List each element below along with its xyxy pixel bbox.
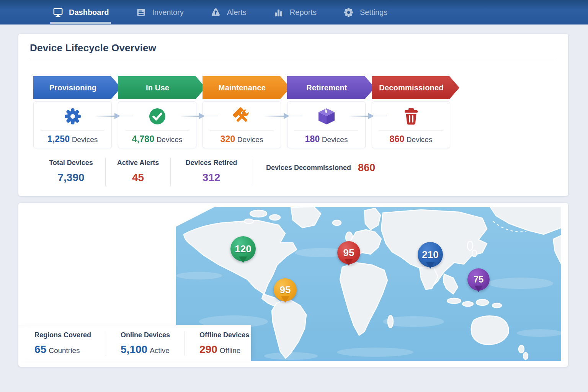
inventory-icon [136, 7, 146, 18]
stage-banner-retirement[interactable]: Retirement [287, 76, 375, 99]
page-title: Device Lifecycle Overview [30, 42, 557, 54]
box-icon [317, 107, 336, 126]
stage-banner-in-use[interactable]: In Use [118, 76, 206, 99]
alerts-icon [211, 7, 221, 18]
stage-card-divider [294, 130, 358, 131]
nav-tab-alerts[interactable]: Alerts [211, 0, 247, 24]
stage-banner-label: Maintenance [219, 83, 266, 92]
map-pin-value: 95 [343, 247, 354, 259]
stage-card-maintenance[interactable]: 320 Devices [203, 101, 281, 148]
device-map-card: 120 95 95 210 75 Regions Covered 65Count… [18, 203, 568, 367]
stage-device-count: 1,250 Devices [47, 134, 98, 144]
gear-icon [64, 107, 82, 126]
lifecycle-summary-row: Total Devices 7,390 Active Alerts 45 Dev… [30, 158, 557, 186]
map-pin-value: 210 [422, 249, 438, 261]
map-pin-asia[interactable]: 210 [418, 242, 443, 267]
stage-decommissioned: Decommissioned 860 Devices [372, 76, 450, 148]
stage-card-provisioning[interactable]: 1,250 Devices [33, 101, 112, 148]
stat-active-alerts: Active Alerts 45 [106, 158, 171, 186]
reports-icon [273, 7, 284, 18]
nav-tab-inventory[interactable]: Inventory [136, 0, 183, 24]
nav-tab-label: Dashboard [69, 8, 109, 17]
stage-device-count: 4,780 Devices [132, 134, 182, 144]
map-pin-value: 95 [280, 284, 291, 296]
stage-card-divider [379, 130, 443, 131]
trash-icon [402, 107, 420, 126]
stage-banner-decommissioned[interactable]: Decommissioned [372, 76, 459, 99]
map-pin-north-america[interactable]: 120 [230, 236, 256, 261]
stat-devices-decommissioned: Devices Decommissioned 860 [252, 158, 375, 176]
stage-banner-maintenance[interactable]: Maintenance [203, 76, 290, 99]
map-pin-value: 75 [474, 274, 484, 285]
map-pin-oceania[interactable]: 75 [467, 268, 490, 291]
stage-device-count: 860 Devices [390, 134, 433, 144]
stage-card-divider [41, 130, 104, 131]
stat-total-devices: Total Devices 7,390 [37, 158, 106, 186]
nav-tab-label: Settings [360, 8, 387, 17]
stage-maintenance: Maintenance 320 Devices [203, 76, 281, 148]
stage-banner-label: Provisioning [49, 83, 97, 92]
stage-device-count: 180 Devices [305, 134, 348, 144]
nav-tab-reports[interactable]: Reports [273, 0, 317, 24]
stat-devices-retired: Devices Retired 312 [171, 158, 252, 186]
stage-device-count: 320 Devices [220, 134, 263, 144]
map-pin-value: 120 [235, 243, 251, 255]
nav-tab-label: Alerts [227, 8, 247, 17]
nav-tab-dashboard[interactable]: Dashboard [52, 0, 109, 24]
lifecycle-overview-card: Device Lifecycle Overview Provisioning 1… [18, 34, 568, 196]
stat-offline-devices: Offline Devices 290Offline [199, 331, 249, 356]
map-pin-europe[interactable]: 95 [337, 241, 360, 264]
stat-regions-covered: Regions Covered 65Countries [34, 331, 106, 356]
stage-card-retirement[interactable]: 180 Devices [287, 101, 366, 148]
stage-card-in-use[interactable]: 4,780 Devices [118, 101, 196, 148]
nav-tab-label: Inventory [152, 8, 183, 17]
stage-in-use: In Use 4,780 Devices [118, 76, 196, 148]
stage-card-decommissioned[interactable]: 860 Devices [372, 101, 450, 148]
stage-provisioning: Provisioning 1,250 Devices [33, 76, 112, 148]
nav-tab-settings[interactable]: Settings [343, 0, 387, 24]
settings-icon [343, 7, 354, 18]
stat-online-devices: Online Devices 5,100Active [121, 331, 185, 356]
monitor-icon [52, 7, 63, 18]
stage-banner-label: Retirement [306, 83, 347, 92]
top-nav: Dashboard Inventory Alerts Reports Setti… [0, 0, 588, 24]
check-icon [148, 107, 167, 126]
stage-card-divider [210, 130, 273, 131]
stage-banner-label: Decommissioned [379, 83, 443, 92]
stage-banner-provisioning[interactable]: Provisioning [33, 76, 121, 99]
stage-card-divider [125, 130, 189, 131]
map-pin-south-america[interactable]: 95 [274, 278, 297, 301]
nav-tab-label: Reports [290, 8, 317, 17]
map-stats-panel: Regions Covered 65Countries Online Devic… [18, 325, 251, 361]
stage-banner-label: In Use [146, 83, 169, 92]
lifecycle-stages: Provisioning 1,250 Devices In Use [30, 76, 456, 148]
title-divider [30, 60, 557, 60]
stage-retirement: Retirement 180 Devices [287, 76, 366, 148]
tools-icon [233, 107, 251, 126]
